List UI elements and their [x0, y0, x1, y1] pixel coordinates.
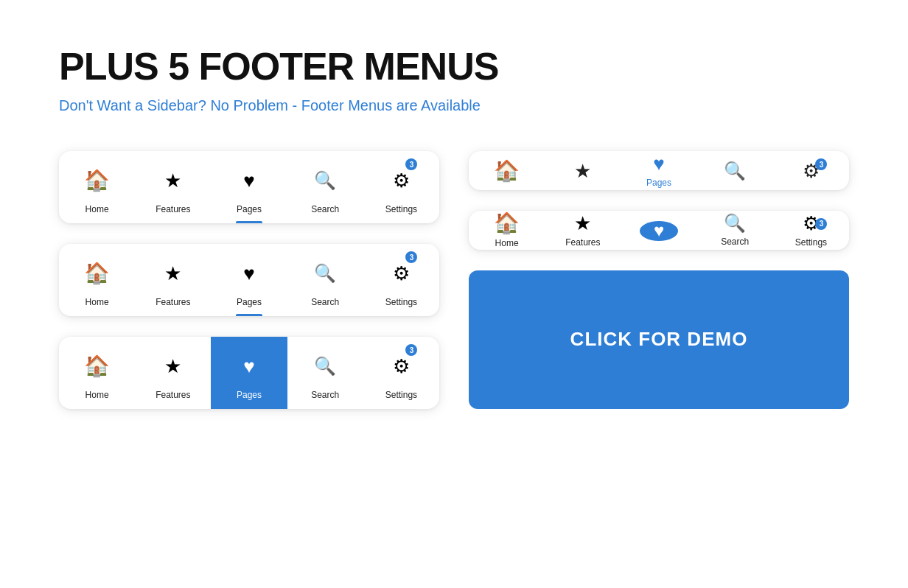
home-icon-2: 🏠 — [494, 161, 520, 181]
heart-icon-4: ♥ — [654, 222, 664, 239]
nav-item-features-3[interactable]: ★ Features — [135, 244, 211, 316]
nav-item-pages-5[interactable]: ♥ Pages — [211, 337, 287, 409]
home-icon-4: 🏠 — [494, 213, 520, 234]
nav-label-settings-3: Settings — [385, 297, 417, 307]
nav-item-home-4[interactable]: 🏠 Home — [469, 211, 545, 250]
star-icon-4: ★ — [574, 214, 591, 233]
nav-label-pages-2: Pages — [646, 178, 671, 188]
star-icon-1: ★ — [164, 171, 181, 190]
heart-icon-5: ♥ — [243, 357, 254, 376]
nav-item-features-1[interactable]: ★ Features — [135, 151, 211, 223]
nav-card-1: 🏠 Home ★ Features ♥ Pages 🔍 Search 3 ⚙ S… — [59, 151, 439, 223]
nav-item-settings-3[interactable]: 3 ⚙ Settings — [363, 244, 439, 316]
nav-item-search-3[interactable]: 🔍 Search — [287, 244, 363, 316]
page-subtitle: Don't Want a Sidebar? No Problem - Foote… — [59, 97, 849, 114]
demo-button[interactable]: CLICK FOR DEMO — [469, 270, 849, 409]
nav-label-features-5: Features — [156, 390, 190, 400]
gear-icon-1: ⚙ — [393, 171, 410, 190]
heart-icon-1: ♥ — [243, 171, 254, 190]
nav-item-home-3[interactable]: 🏠 Home — [59, 244, 135, 316]
nav-item-pages-1[interactable]: ♥ Pages — [211, 151, 287, 223]
search-icon-1: 🔍 — [314, 172, 336, 189]
nav-label-search-4: Search — [721, 237, 749, 247]
nav-item-pages-3[interactable]: ♥ Pages — [211, 244, 287, 316]
gear-icon-3: ⚙ — [393, 264, 410, 283]
nav-label-pages-5: Pages — [237, 390, 262, 400]
nav-item-home-2[interactable]: 🏠 — [469, 151, 545, 190]
nav-card-5: 🏠 Home ★ Features ♥ Pages 🔍 Search 3 ⚙ S… — [59, 337, 439, 409]
nav-item-search-4[interactable]: 🔍 Search — [697, 211, 773, 250]
nav-item-settings-4[interactable]: 3 ⚙ Settings — [773, 211, 849, 250]
nav-label-pages-1: Pages — [237, 204, 262, 214]
nav-label-home-3: Home — [85, 297, 109, 307]
nav-label-features-1: Features — [156, 204, 190, 214]
nav-label-pages-3: Pages — [237, 297, 262, 307]
nav-label-features-4: Features — [565, 237, 600, 248]
nav-label-home-1: Home — [85, 204, 109, 214]
nav-card-4: 🏠 Home ★ Features ♥ 🔍 Search 3 ⚙ Setting… — [469, 211, 849, 250]
right-column: 🏠 ★ ♥ Pages 🔍 3 ⚙ 🏠 Home — [469, 151, 849, 409]
nav-item-settings-1[interactable]: 3 ⚙ Settings — [363, 151, 439, 223]
nav-item-search-1[interactable]: 🔍 Search — [287, 151, 363, 223]
nav-item-settings-5[interactable]: 3 ⚙ Settings — [363, 337, 439, 409]
nav-label-home-5: Home — [85, 390, 109, 400]
gear-icon-5: ⚙ — [393, 357, 410, 376]
star-icon-2: ★ — [574, 161, 591, 181]
heart-icon-3: ♥ — [243, 264, 254, 283]
nav-item-home-1[interactable]: 🏠 Home — [59, 151, 135, 223]
nav-label-features-3: Features — [156, 297, 190, 307]
search-icon-3: 🔍 — [314, 265, 336, 282]
star-icon-5: ★ — [164, 357, 181, 376]
nav-item-features-5[interactable]: ★ Features — [135, 337, 211, 409]
nav-item-search-5[interactable]: 🔍 Search — [287, 337, 363, 409]
home-icon-5: 🏠 — [84, 356, 110, 377]
nav-card-2: 🏠 ★ ♥ Pages 🔍 3 ⚙ — [469, 151, 849, 190]
nav-label-settings-5: Settings — [385, 390, 417, 400]
nav-item-search-2[interactable]: 🔍 — [697, 151, 773, 190]
star-icon-3: ★ — [164, 264, 181, 283]
nav-label-search-1: Search — [311, 204, 339, 214]
nav-item-pages-4[interactable]: ♥ — [621, 211, 696, 250]
nav-label-settings-1: Settings — [385, 204, 417, 214]
home-icon-3: 🏠 — [84, 263, 110, 284]
search-icon-5: 🔍 — [314, 357, 336, 375]
home-icon: 🏠 — [84, 170, 110, 191]
page-heading: PLUS 5 FOOTER MENUS — [59, 44, 849, 88]
nav-item-features-2[interactable]: ★ — [545, 151, 621, 190]
nav-item-home-5[interactable]: 🏠 Home — [59, 337, 135, 409]
left-column: 🏠 Home ★ Features ♥ Pages 🔍 Search 3 ⚙ S… — [59, 151, 439, 409]
nav-item-pages-2[interactable]: ♥ Pages — [621, 151, 696, 190]
nav-label-home-4: Home — [495, 238, 519, 248]
nav-label-search-5: Search — [311, 390, 339, 400]
search-icon-4: 🔍 — [724, 214, 746, 232]
nav-item-settings-2[interactable]: 3 ⚙ — [773, 151, 849, 190]
nav-item-features-4[interactable]: ★ Features — [545, 211, 621, 250]
nav-label-settings-4: Settings — [795, 237, 827, 248]
heart-icon-2: ♥ — [653, 154, 664, 173]
search-icon-2: 🔍 — [724, 162, 746, 180]
nav-card-3: 🏠 Home ★ Features ♥ Pages 🔍 Search 3 ⚙ S… — [59, 244, 439, 316]
nav-label-search-3: Search — [311, 297, 339, 307]
